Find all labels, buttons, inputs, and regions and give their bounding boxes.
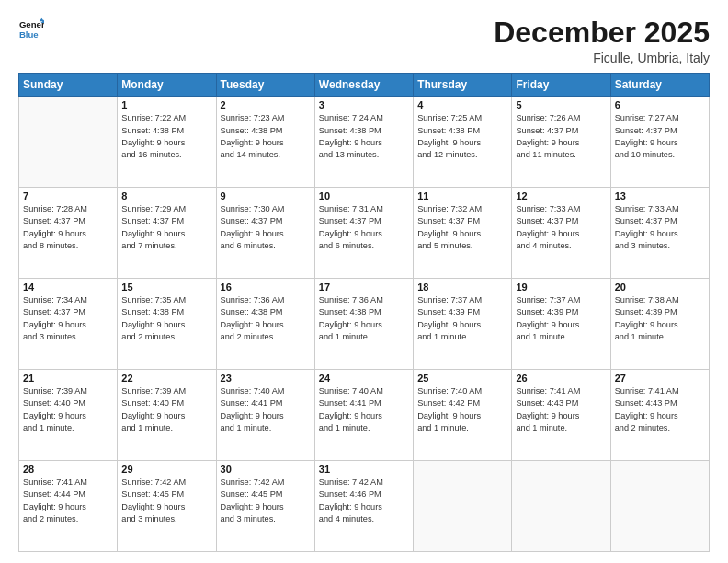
day-info: Sunrise: 7:40 AMSunset: 4:42 PMDaylight:… (417, 385, 507, 434)
day-info: Sunrise: 7:37 AMSunset: 4:39 PMDaylight:… (516, 294, 606, 343)
calendar-cell: 13Sunrise: 7:33 AMSunset: 4:37 PMDayligh… (610, 188, 709, 279)
day-info: Sunrise: 7:35 AMSunset: 4:38 PMDaylight:… (121, 294, 211, 343)
day-info: Sunrise: 7:39 AMSunset: 4:40 PMDaylight:… (121, 385, 211, 434)
calendar-cell: 25Sunrise: 7:40 AMSunset: 4:42 PMDayligh… (414, 370, 512, 461)
day-number: 5 (516, 99, 606, 110)
month-title: December 2025 (494, 17, 710, 49)
day-number: 4 (417, 99, 507, 110)
day-info: Sunrise: 7:36 AMSunset: 4:38 PMDaylight:… (221, 294, 311, 343)
day-number: 3 (319, 99, 409, 110)
calendar-cell: 26Sunrise: 7:41 AMSunset: 4:43 PMDayligh… (512, 370, 610, 461)
day-info: Sunrise: 7:27 AMSunset: 4:37 PMDaylight:… (615, 112, 705, 161)
day-info: Sunrise: 7:38 AMSunset: 4:39 PMDaylight:… (615, 294, 705, 343)
day-number: 7 (23, 190, 113, 201)
col-header-wednesday: Wednesday (314, 74, 413, 97)
day-number: 16 (221, 282, 311, 293)
day-number: 31 (319, 464, 409, 475)
day-info: Sunrise: 7:39 AMSunset: 4:40 PMDaylight:… (23, 385, 113, 434)
day-info: Sunrise: 7:37 AMSunset: 4:39 PMDaylight:… (417, 294, 507, 343)
svg-text:Blue: Blue (19, 29, 39, 40)
day-info: Sunrise: 7:42 AMSunset: 4:45 PMDaylight:… (121, 477, 211, 525)
col-header-thursday: Thursday (414, 74, 512, 97)
day-number: 19 (516, 282, 606, 293)
col-header-sunday: Sunday (19, 74, 118, 97)
day-info: Sunrise: 7:26 AMSunset: 4:37 PMDaylight:… (516, 112, 606, 161)
day-info: Sunrise: 7:33 AMSunset: 4:37 PMDaylight:… (516, 203, 606, 252)
calendar-cell: 10Sunrise: 7:31 AMSunset: 4:37 PMDayligh… (314, 188, 413, 279)
day-info: Sunrise: 7:36 AMSunset: 4:38 PMDaylight:… (319, 294, 409, 343)
day-number: 11 (417, 190, 507, 201)
day-info: Sunrise: 7:30 AMSunset: 4:37 PMDaylight:… (221, 203, 311, 252)
col-header-monday: Monday (118, 74, 216, 97)
calendar-cell: 29Sunrise: 7:42 AMSunset: 4:45 PMDayligh… (118, 461, 216, 552)
calendar-cell: 19Sunrise: 7:37 AMSunset: 4:39 PMDayligh… (512, 279, 610, 370)
header: General Blue December 2025 Ficulle, Umbr… (18, 17, 710, 65)
day-info: Sunrise: 7:22 AMSunset: 4:38 PMDaylight:… (121, 112, 211, 161)
day-number: 21 (23, 373, 113, 384)
calendar-cell: 18Sunrise: 7:37 AMSunset: 4:39 PMDayligh… (414, 279, 512, 370)
calendar-cell: 21Sunrise: 7:39 AMSunset: 4:40 PMDayligh… (19, 370, 118, 461)
day-info: Sunrise: 7:25 AMSunset: 4:38 PMDaylight:… (417, 112, 507, 161)
day-number: 6 (615, 99, 705, 110)
calendar-cell (19, 97, 118, 188)
calendar-cell: 28Sunrise: 7:41 AMSunset: 4:44 PMDayligh… (19, 461, 118, 552)
calendar-cell: 3Sunrise: 7:24 AMSunset: 4:38 PMDaylight… (314, 97, 413, 188)
calendar-cell: 5Sunrise: 7:26 AMSunset: 4:37 PMDaylight… (512, 97, 610, 188)
day-number: 27 (615, 373, 705, 384)
calendar-cell: 22Sunrise: 7:39 AMSunset: 4:40 PMDayligh… (118, 370, 216, 461)
calendar-cell: 14Sunrise: 7:34 AMSunset: 4:37 PMDayligh… (19, 279, 118, 370)
day-info: Sunrise: 7:28 AMSunset: 4:37 PMDaylight:… (23, 203, 113, 252)
day-info: Sunrise: 7:41 AMSunset: 4:44 PMDaylight:… (23, 477, 113, 525)
calendar-cell: 6Sunrise: 7:27 AMSunset: 4:37 PMDaylight… (610, 97, 709, 188)
day-number: 24 (319, 373, 409, 384)
day-info: Sunrise: 7:40 AMSunset: 4:41 PMDaylight:… (319, 385, 409, 434)
day-info: Sunrise: 7:40 AMSunset: 4:41 PMDaylight:… (221, 385, 311, 434)
day-number: 15 (121, 282, 211, 293)
header-row: SundayMondayTuesdayWednesdayThursdayFrid… (19, 74, 710, 97)
day-number: 28 (23, 464, 113, 475)
col-header-tuesday: Tuesday (216, 74, 314, 97)
day-info: Sunrise: 7:29 AMSunset: 4:37 PMDaylight:… (121, 203, 211, 252)
day-number: 18 (417, 282, 507, 293)
calendar-cell: 2Sunrise: 7:23 AMSunset: 4:38 PMDaylight… (216, 97, 314, 188)
calendar-cell: 9Sunrise: 7:30 AMSunset: 4:37 PMDaylight… (216, 188, 314, 279)
day-number: 22 (121, 373, 211, 384)
calendar-cell: 20Sunrise: 7:38 AMSunset: 4:39 PMDayligh… (610, 279, 709, 370)
day-number: 13 (615, 190, 705, 201)
day-number: 20 (615, 282, 705, 293)
day-number: 25 (417, 373, 507, 384)
day-number: 26 (516, 373, 606, 384)
calendar-cell: 30Sunrise: 7:42 AMSunset: 4:45 PMDayligh… (216, 461, 314, 552)
day-info: Sunrise: 7:23 AMSunset: 4:38 PMDaylight:… (221, 112, 311, 161)
week-row-1: 1Sunrise: 7:22 AMSunset: 4:38 PMDaylight… (19, 97, 710, 188)
day-info: Sunrise: 7:34 AMSunset: 4:37 PMDaylight:… (23, 294, 113, 343)
logo: General Blue (18, 17, 44, 42)
calendar-cell: 11Sunrise: 7:32 AMSunset: 4:37 PMDayligh… (414, 188, 512, 279)
day-number: 9 (221, 190, 311, 201)
day-info: Sunrise: 7:31 AMSunset: 4:37 PMDaylight:… (319, 203, 409, 252)
day-number: 8 (121, 190, 211, 201)
week-row-2: 7Sunrise: 7:28 AMSunset: 4:37 PMDaylight… (19, 188, 710, 279)
week-row-5: 28Sunrise: 7:41 AMSunset: 4:44 PMDayligh… (19, 461, 710, 552)
page: General Blue December 2025 Ficulle, Umbr… (0, 0, 728, 563)
col-header-friday: Friday (512, 74, 610, 97)
week-row-3: 14Sunrise: 7:34 AMSunset: 4:37 PMDayligh… (19, 279, 710, 370)
week-row-4: 21Sunrise: 7:39 AMSunset: 4:40 PMDayligh… (19, 370, 710, 461)
calendar-table: SundayMondayTuesdayWednesdayThursdayFrid… (18, 73, 710, 552)
day-number: 12 (516, 190, 606, 201)
title-block: December 2025 Ficulle, Umbria, Italy (494, 17, 710, 65)
calendar-cell (610, 461, 709, 552)
day-info: Sunrise: 7:42 AMSunset: 4:46 PMDaylight:… (319, 477, 409, 525)
calendar-cell: 8Sunrise: 7:29 AMSunset: 4:37 PMDaylight… (118, 188, 216, 279)
day-number: 17 (319, 282, 409, 293)
day-info: Sunrise: 7:41 AMSunset: 4:43 PMDaylight:… (615, 385, 705, 434)
calendar-cell: 4Sunrise: 7:25 AMSunset: 4:38 PMDaylight… (414, 97, 512, 188)
col-header-saturday: Saturday (610, 74, 709, 97)
day-number: 1 (121, 99, 211, 110)
calendar-cell: 1Sunrise: 7:22 AMSunset: 4:38 PMDaylight… (118, 97, 216, 188)
day-number: 10 (319, 190, 409, 201)
day-info: Sunrise: 7:24 AMSunset: 4:38 PMDaylight:… (319, 112, 409, 161)
calendar-cell (512, 461, 610, 552)
day-number: 2 (221, 99, 311, 110)
day-number: 30 (221, 464, 311, 475)
